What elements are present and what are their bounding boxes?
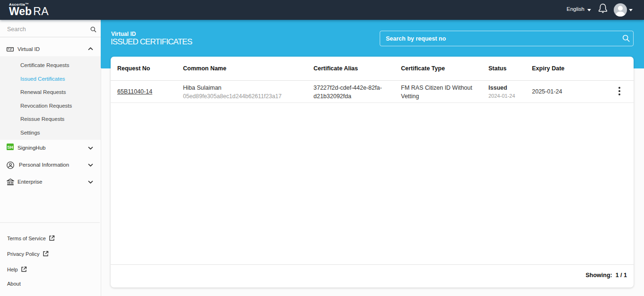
svg-text:SH: SH: [7, 145, 13, 150]
